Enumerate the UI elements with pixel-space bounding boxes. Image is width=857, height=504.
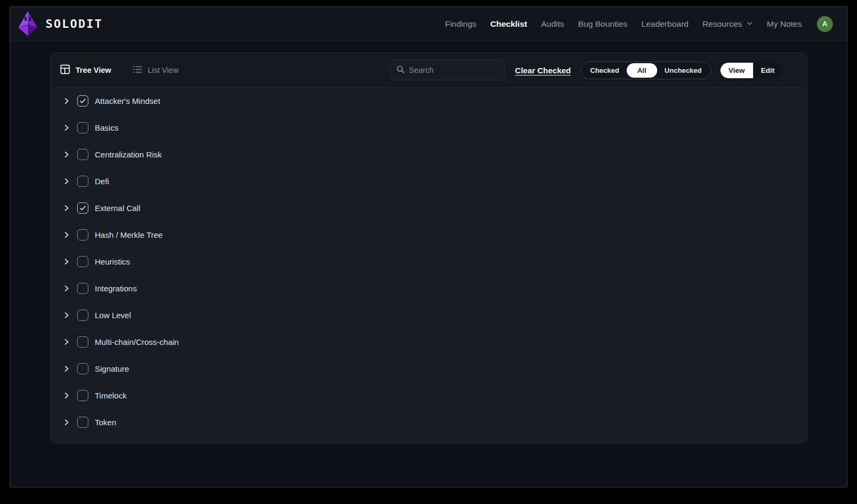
checkbox-unchecked[interactable] bbox=[77, 310, 88, 321]
nav-item-checklist[interactable]: Checklist bbox=[490, 19, 527, 29]
chevron-down-icon bbox=[746, 19, 753, 29]
checkbox-unchecked[interactable] bbox=[77, 283, 88, 294]
nav-item-label: Resources bbox=[702, 19, 742, 29]
checkbox-unchecked[interactable] bbox=[77, 336, 88, 348]
mode-option-edit[interactable]: Edit bbox=[753, 63, 783, 78]
view-edit-toggle: ViewEdit bbox=[720, 62, 783, 79]
chevron-right-icon[interactable] bbox=[62, 364, 71, 374]
checklist-item-label: Signature bbox=[95, 364, 129, 373]
nav-item-label: My Notes bbox=[767, 19, 802, 29]
list-view-icon bbox=[132, 64, 143, 77]
nav-item-my-notes[interactable]: My Notes bbox=[767, 19, 802, 29]
nav-item-label: Bug Bounties bbox=[578, 19, 627, 29]
checklist-rows: Attacker's MindsetBasicsCentralization R… bbox=[51, 87, 807, 435]
clear-checked-link[interactable]: Clear Checked bbox=[515, 66, 571, 75]
tab-list-view[interactable]: List View bbox=[132, 64, 179, 77]
search-icon bbox=[396, 65, 405, 76]
checkbox-unchecked[interactable] bbox=[77, 390, 88, 401]
nav-item-label: Audits bbox=[541, 19, 564, 29]
checkbox-checked[interactable] bbox=[77, 95, 88, 107]
chevron-right-icon[interactable] bbox=[62, 204, 71, 213]
checklist-item-label: Basics bbox=[95, 123, 118, 132]
chevron-right-icon[interactable] bbox=[62, 257, 71, 267]
chevron-right-icon[interactable] bbox=[62, 177, 71, 186]
filter-segmented-control: CheckedAllUnchecked bbox=[581, 62, 711, 79]
panel-toolbar: Tree View List View bbox=[51, 53, 807, 87]
nav-item-bug-bounties[interactable]: Bug Bounties bbox=[578, 19, 627, 29]
checklist-item-label: Attacker's Mindset bbox=[95, 96, 160, 106]
checklist-row[interactable]: Hash / Merkle Tree bbox=[51, 221, 807, 248]
brand-name: SOLODIT bbox=[46, 17, 103, 31]
checklist-item-label: Token bbox=[95, 418, 116, 427]
chevron-right-icon[interactable] bbox=[62, 96, 71, 106]
nav-item-findings[interactable]: Findings bbox=[445, 19, 477, 29]
checklist-item-label: Timelock bbox=[95, 391, 126, 400]
checkbox-checked[interactable] bbox=[77, 202, 88, 214]
checklist-row[interactable]: Low Level bbox=[51, 302, 807, 328]
chevron-right-icon[interactable] bbox=[62, 123, 71, 133]
chevron-right-icon[interactable] bbox=[62, 391, 71, 401]
nav-item-leaderboard[interactable]: Leaderboard bbox=[642, 19, 689, 29]
checklist-row[interactable]: Signature bbox=[51, 355, 807, 382]
filter-option-unchecked[interactable]: Unchecked bbox=[657, 63, 709, 78]
tree-view-label: Tree View bbox=[76, 66, 111, 74]
tree-view-icon bbox=[59, 64, 71, 77]
chevron-right-icon[interactable] bbox=[62, 230, 71, 240]
checkbox-unchecked[interactable] bbox=[77, 363, 88, 374]
search-input[interactable] bbox=[409, 66, 499, 74]
search-box bbox=[390, 60, 505, 80]
checkbox-unchecked[interactable] bbox=[77, 229, 88, 240]
checklist-item-label: Heuristics bbox=[95, 257, 130, 266]
checkbox-unchecked[interactable] bbox=[77, 149, 88, 160]
checkbox-unchecked[interactable] bbox=[77, 122, 88, 133]
checklist-row[interactable]: Centralization Risk bbox=[51, 141, 807, 168]
checklist-item-label: Multi-chain/Cross-chain bbox=[95, 337, 179, 347]
chevron-right-icon[interactable] bbox=[62, 150, 71, 160]
checklist-item-label: Hash / Merkle Tree bbox=[95, 230, 163, 239]
solodit-gem-icon bbox=[16, 10, 40, 38]
checklist-item-label: Defi bbox=[95, 177, 109, 186]
checkbox-unchecked[interactable] bbox=[77, 417, 88, 428]
tab-tree-view[interactable]: Tree View bbox=[59, 64, 111, 77]
chevron-right-icon[interactable] bbox=[62, 284, 71, 294]
chevron-right-icon[interactable] bbox=[62, 337, 71, 347]
list-view-label: List View bbox=[148, 66, 179, 74]
mode-option-view[interactable]: View bbox=[720, 63, 753, 78]
checklist-row[interactable]: Token bbox=[51, 409, 807, 435]
nav-item-audits[interactable]: Audits bbox=[541, 19, 564, 29]
filter-option-checked[interactable]: Checked bbox=[583, 63, 627, 78]
chevron-right-icon[interactable] bbox=[62, 418, 71, 427]
checklist-row[interactable]: Timelock bbox=[51, 382, 807, 409]
chevron-right-icon[interactable] bbox=[62, 311, 71, 320]
checklist-row[interactable]: Basics bbox=[51, 114, 807, 141]
checklist-item-label: Low Level bbox=[95, 311, 131, 320]
checklist-row[interactable]: Defi bbox=[51, 168, 807, 194]
checklist-item-label: External Call bbox=[95, 204, 140, 213]
top-navbar: SOLODIT FindingsChecklistAuditsBug Bount… bbox=[10, 7, 847, 41]
checkbox-unchecked[interactable] bbox=[77, 176, 88, 187]
nav-item-resources[interactable]: Resources bbox=[702, 19, 753, 29]
checkbox-unchecked[interactable] bbox=[77, 256, 88, 267]
solodit-logo[interactable]: SOLODIT bbox=[16, 10, 103, 38]
checklist-row[interactable]: Heuristics bbox=[51, 248, 807, 275]
app-window: SOLODIT FindingsChecklistAuditsBug Bount… bbox=[10, 6, 847, 487]
nav-links: FindingsChecklistAuditsBug BountiesLeade… bbox=[445, 16, 833, 32]
nav-item-label: Findings bbox=[445, 19, 477, 29]
checklist-item-label: Integrations bbox=[95, 284, 137, 293]
nav-item-label: Leaderboard bbox=[642, 19, 689, 29]
checklist-item-label: Centralization Risk bbox=[95, 150, 162, 159]
nav-item-label: Checklist bbox=[490, 19, 527, 29]
filter-option-all[interactable]: All bbox=[627, 63, 657, 78]
checklist-row[interactable]: External Call bbox=[51, 194, 807, 221]
checklist-row[interactable]: Multi-chain/Cross-chain bbox=[51, 328, 807, 355]
checklist-row[interactable]: Attacker's Mindset bbox=[51, 87, 807, 114]
checklist-row[interactable]: Integrations bbox=[51, 275, 807, 302]
avatar[interactable]: A bbox=[817, 16, 833, 32]
checklist-panel: Tree View List View bbox=[50, 52, 807, 443]
panel-bottom-pad bbox=[51, 435, 807, 443]
